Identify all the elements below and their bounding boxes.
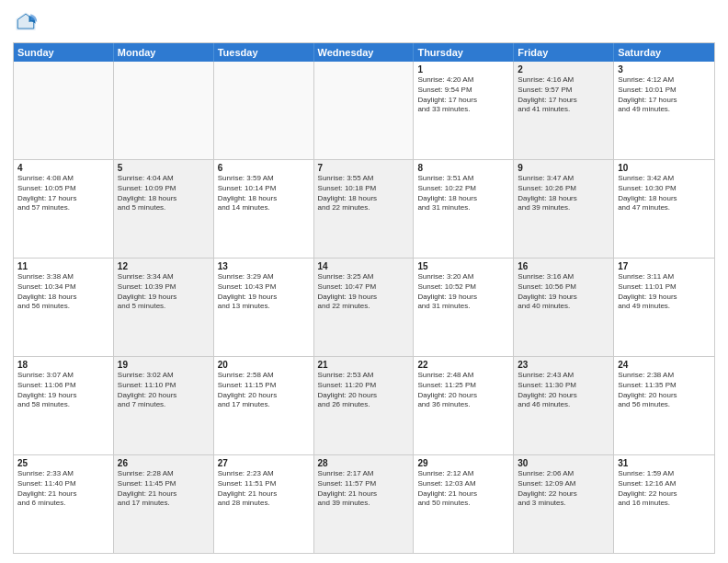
day-number: 7: [318, 163, 410, 173]
cal-cell: 26Sunrise: 2:28 AM Sunset: 11:45 PM Dayl…: [114, 455, 214, 553]
day-number: 26: [118, 458, 210, 468]
cal-cell: 16Sunrise: 3:16 AM Sunset: 10:56 PM Dayl…: [514, 259, 614, 356]
cell-text: Sunrise: 3:42 AM Sunset: 10:30 PM Daylig…: [618, 174, 711, 213]
day-number: 8: [417, 163, 509, 173]
cal-cell: 11Sunrise: 3:38 AM Sunset: 10:34 PM Dayl…: [14, 259, 114, 356]
day-number: 11: [17, 261, 109, 271]
cal-cell: 4Sunrise: 4:08 AM Sunset: 10:05 PM Dayli…: [14, 160, 114, 258]
day-number: 9: [518, 163, 609, 173]
cell-text: Sunrise: 3:51 AM Sunset: 10:22 PM Daylig…: [417, 174, 509, 213]
cal-cell: [14, 62, 114, 159]
calendar: SundayMondayTuesdayWednesdayThursdayFrid…: [13, 42, 715, 554]
header-day-thursday: Thursday: [414, 43, 514, 62]
page: SundayMondayTuesdayWednesdayThursdayFrid…: [0, 0, 728, 563]
cell-text: Sunrise: 4:16 AM Sunset: 9:57 PM Dayligh…: [518, 75, 609, 115]
cell-text: Sunrise: 3:29 AM Sunset: 10:43 PM Daylig…: [218, 272, 310, 312]
cal-cell: [214, 62, 314, 159]
cell-text: Sunrise: 2:17 AM Sunset: 11:57 PM Daylig…: [318, 469, 410, 509]
cell-text: Sunrise: 3:20 AM Sunset: 10:52 PM Daylig…: [417, 272, 509, 312]
header-day-monday: Monday: [114, 43, 214, 62]
cal-cell: 29Sunrise: 2:12 AM Sunset: 12:03 AM Dayl…: [414, 455, 514, 553]
cal-cell: 2Sunrise: 4:16 AM Sunset: 9:57 PM Daylig…: [514, 62, 614, 159]
day-number: 2: [518, 64, 609, 75]
cal-cell: 28Sunrise: 2:17 AM Sunset: 11:57 PM Dayl…: [314, 455, 415, 553]
week-row-5: 25Sunrise: 2:33 AM Sunset: 11:40 PM Dayl…: [14, 454, 714, 553]
day-number: 28: [318, 458, 410, 468]
cell-text: Sunrise: 2:23 AM Sunset: 11:51 PM Daylig…: [218, 469, 310, 509]
cell-text: Sunrise: 2:12 AM Sunset: 12:03 AM Daylig…: [417, 469, 509, 509]
cell-text: Sunrise: 3:16 AM Sunset: 10:56 PM Daylig…: [518, 272, 609, 312]
day-number: 22: [417, 360, 509, 370]
day-number: 12: [118, 261, 210, 271]
cell-text: Sunrise: 2:43 AM Sunset: 11:30 PM Daylig…: [518, 371, 609, 410]
cal-cell: 9Sunrise: 3:47 AM Sunset: 10:26 PM Dayli…: [514, 160, 614, 258]
day-number: 3: [618, 64, 711, 75]
cal-cell: 13Sunrise: 3:29 AM Sunset: 10:43 PM Dayl…: [214, 259, 314, 356]
week-row-2: 4Sunrise: 4:08 AM Sunset: 10:05 PM Dayli…: [14, 159, 714, 258]
cal-cell: 23Sunrise: 2:43 AM Sunset: 11:30 PM Dayl…: [514, 357, 614, 454]
week-row-1: 1Sunrise: 4:20 AM Sunset: 9:54 PM Daylig…: [14, 62, 714, 159]
cal-cell: 3Sunrise: 4:12 AM Sunset: 10:01 PM Dayli…: [614, 62, 714, 159]
cell-text: Sunrise: 1:59 AM Sunset: 12:16 AM Daylig…: [618, 469, 711, 509]
day-number: 18: [17, 360, 109, 370]
cal-cell: 10Sunrise: 3:42 AM Sunset: 10:30 PM Dayl…: [614, 160, 714, 258]
day-number: 21: [318, 360, 410, 370]
week-row-4: 18Sunrise: 3:07 AM Sunset: 11:06 PM Dayl…: [14, 356, 714, 454]
day-number: 20: [218, 360, 310, 370]
cell-text: Sunrise: 2:28 AM Sunset: 11:45 PM Daylig…: [118, 469, 210, 509]
cal-cell: 1Sunrise: 4:20 AM Sunset: 9:54 PM Daylig…: [414, 62, 514, 159]
day-number: 24: [618, 360, 711, 370]
cal-cell: 31Sunrise: 1:59 AM Sunset: 12:16 AM Dayl…: [614, 455, 714, 553]
cell-text: Sunrise: 3:02 AM Sunset: 11:10 PM Daylig…: [118, 371, 210, 410]
cal-cell: 18Sunrise: 3:07 AM Sunset: 11:06 PM Dayl…: [14, 357, 114, 454]
cal-cell: 7Sunrise: 3:55 AM Sunset: 10:18 PM Dayli…: [314, 160, 415, 258]
cell-text: Sunrise: 2:48 AM Sunset: 11:25 PM Daylig…: [417, 371, 509, 410]
cell-text: Sunrise: 3:38 AM Sunset: 10:34 PM Daylig…: [17, 272, 109, 312]
cell-text: Sunrise: 3:59 AM Sunset: 10:14 PM Daylig…: [218, 174, 310, 213]
cal-cell: 15Sunrise: 3:20 AM Sunset: 10:52 PM Dayl…: [414, 259, 514, 356]
day-number: 1: [417, 64, 509, 75]
cal-cell: [114, 62, 214, 159]
cell-text: Sunrise: 4:12 AM Sunset: 10:01 PM Daylig…: [618, 75, 711, 115]
header-day-wednesday: Wednesday: [314, 43, 415, 62]
day-number: 15: [417, 261, 509, 271]
cal-cell: 25Sunrise: 2:33 AM Sunset: 11:40 PM Dayl…: [14, 455, 114, 553]
header: [13, 9, 715, 35]
cal-cell: 8Sunrise: 3:51 AM Sunset: 10:22 PM Dayli…: [414, 160, 514, 258]
cell-text: Sunrise: 3:25 AM Sunset: 10:47 PM Daylig…: [318, 272, 410, 312]
day-number: 17: [618, 261, 711, 271]
cell-text: Sunrise: 4:20 AM Sunset: 9:54 PM Dayligh…: [417, 75, 509, 115]
cell-text: Sunrise: 2:58 AM Sunset: 11:15 PM Daylig…: [218, 371, 310, 410]
cal-cell: 27Sunrise: 2:23 AM Sunset: 11:51 PM Dayl…: [214, 455, 314, 553]
day-number: 30: [518, 458, 609, 468]
cal-cell: 21Sunrise: 2:53 AM Sunset: 11:20 PM Dayl…: [314, 357, 415, 454]
day-number: 13: [218, 261, 310, 271]
day-number: 14: [318, 261, 410, 271]
day-number: 31: [618, 458, 711, 468]
cell-text: Sunrise: 4:04 AM Sunset: 10:09 PM Daylig…: [118, 174, 210, 213]
cell-text: Sunrise: 4:08 AM Sunset: 10:05 PM Daylig…: [17, 174, 109, 213]
cal-cell: 22Sunrise: 2:48 AM Sunset: 11:25 PM Dayl…: [414, 357, 514, 454]
cell-text: Sunrise: 2:33 AM Sunset: 11:40 PM Daylig…: [17, 469, 109, 509]
logo: [13, 9, 42, 35]
cell-text: Sunrise: 2:06 AM Sunset: 12:09 AM Daylig…: [518, 469, 609, 509]
week-row-3: 11Sunrise: 3:38 AM Sunset: 10:34 PM Dayl…: [14, 258, 714, 356]
day-number: 19: [118, 360, 210, 370]
cal-cell: 30Sunrise: 2:06 AM Sunset: 12:09 AM Dayl…: [514, 455, 614, 553]
cell-text: Sunrise: 3:07 AM Sunset: 11:06 PM Daylig…: [17, 371, 109, 410]
cal-cell: [314, 62, 415, 159]
calendar-body: 1Sunrise: 4:20 AM Sunset: 9:54 PM Daylig…: [14, 62, 714, 553]
cal-cell: 14Sunrise: 3:25 AM Sunset: 10:47 PM Dayl…: [314, 259, 415, 356]
day-number: 5: [118, 163, 210, 173]
cal-cell: 24Sunrise: 2:38 AM Sunset: 11:35 PM Dayl…: [614, 357, 714, 454]
calendar-header: SundayMondayTuesdayWednesdayThursdayFrid…: [14, 43, 714, 62]
header-day-sunday: Sunday: [14, 43, 114, 62]
cal-cell: 20Sunrise: 2:58 AM Sunset: 11:15 PM Dayl…: [214, 357, 314, 454]
cell-text: Sunrise: 3:47 AM Sunset: 10:26 PM Daylig…: [518, 174, 609, 213]
header-day-friday: Friday: [514, 43, 614, 62]
cal-cell: 12Sunrise: 3:34 AM Sunset: 10:39 PM Dayl…: [114, 259, 214, 356]
day-number: 23: [518, 360, 609, 370]
cell-text: Sunrise: 3:34 AM Sunset: 10:39 PM Daylig…: [118, 272, 210, 312]
cal-cell: 5Sunrise: 4:04 AM Sunset: 10:09 PM Dayli…: [114, 160, 214, 258]
cell-text: Sunrise: 3:11 AM Sunset: 11:01 PM Daylig…: [618, 272, 711, 312]
